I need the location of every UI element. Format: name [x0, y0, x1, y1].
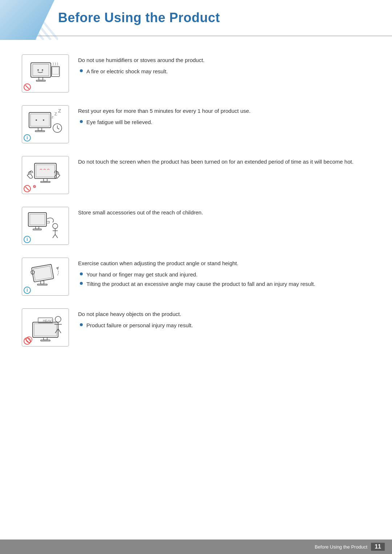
bullet-dot: [80, 282, 83, 285]
bullet-humidifier-0: A fire or electric shock may result.: [80, 67, 370, 76]
svg-line-25: [57, 128, 59, 129]
svg-text:z: z: [52, 115, 54, 119]
humidifier-illustration: [25, 57, 65, 90]
main-text-heavy: Do not place heavy objects on the produc…: [78, 310, 370, 319]
text-area-humidifier: Do not use humidifiers or stoves around …: [78, 54, 370, 75]
info-badge-4: i: [24, 236, 31, 243]
svg-rect-45: [41, 281, 44, 284]
hot-screen-icon-box: [22, 156, 69, 194]
heavy-icon-box: HEAVY: [22, 308, 69, 346]
info-badge-2: i: [24, 134, 31, 141]
bullet-heavy-0: Product failure or personal injury may r…: [80, 321, 370, 330]
svg-text:HEAVY: HEAVY: [43, 319, 54, 323]
bullet-dot: [80, 69, 83, 72]
text-area-eye-rest: Rest your eyes for more than 5 minutes f…: [78, 105, 370, 126]
bullet-text-eye-rest-0: Eye fatigue will be relieved.: [86, 118, 152, 127]
page-title: Before Using the Product: [0, 0, 392, 36]
accessories-icon-box: i: [22, 207, 69, 245]
page-footer: Before Using the Product 11: [0, 539, 392, 554]
main-text-angle: Exercise caution when adjusting the prod…: [78, 259, 370, 268]
humidifier-icon-box: [22, 54, 69, 93]
no-badge-3: [24, 185, 31, 192]
svg-point-37: [53, 223, 58, 229]
footer-page-number: 11: [371, 543, 385, 551]
svg-rect-29: [41, 181, 50, 182]
accessories-illustration: [25, 210, 65, 242]
no-badge-1: [24, 83, 31, 91]
hot-screen-illustration: [25, 159, 65, 192]
main-text-eye-rest: Rest your eyes for more than 5 minutes f…: [78, 107, 370, 115]
svg-rect-49: [34, 324, 57, 336]
svg-line-32: [25, 187, 29, 190]
safety-item-accessories: i Store small accessories out of the rea…: [22, 207, 370, 245]
page-header: Before Using the Product: [0, 0, 392, 36]
svg-rect-17: [35, 131, 45, 132]
svg-rect-27: [36, 165, 55, 177]
bullet-eye-rest-0: Eye fatigue will be relieved.: [80, 118, 370, 127]
svg-point-52: [55, 316, 61, 322]
svg-rect-36: [33, 229, 41, 230]
svg-rect-6: [33, 64, 49, 76]
text-area-accessories: Store small accessories out of the reach…: [78, 207, 370, 220]
bullet-dot: [80, 120, 83, 123]
safety-item-angle: i Exercise caution when adjusting the pr…: [22, 258, 370, 296]
bullet-angle-1: Tilting the product at an excessive angl…: [80, 280, 370, 288]
bullet-text-heavy-0: Product failure or personal injury may r…: [86, 321, 193, 330]
svg-point-12: [42, 69, 43, 71]
svg-rect-34: [30, 214, 45, 225]
svg-rect-7: [39, 77, 43, 80]
text-area-angle: Exercise caution when adjusting the prod…: [78, 258, 370, 288]
svg-rect-10: [52, 67, 59, 74]
svg-point-19: [43, 119, 44, 121]
bullet-text-angle-1: Tilting the product at an excessive angl…: [86, 280, 315, 288]
bullet-dot: [80, 272, 83, 275]
svg-line-31: [34, 186, 35, 187]
svg-line-56: [58, 329, 61, 333]
main-text-accessories: Store small accessories out of the reach…: [78, 209, 370, 217]
bullet-text-angle-0: Your hand or finger may get stuck and in…: [86, 271, 197, 279]
svg-rect-8: [36, 80, 45, 81]
svg-rect-15: [30, 114, 49, 126]
main-text-humidifier: Do not use humidifiers or stoves around …: [78, 56, 370, 65]
svg-line-40: [53, 234, 55, 238]
eye-rest-illustration: z z z: [25, 108, 65, 141]
bullet-dot: [80, 323, 83, 326]
svg-point-11: [37, 69, 39, 71]
info-badge-5: i: [24, 287, 31, 294]
footer-label: Before Using the Product: [315, 544, 367, 550]
svg-text:z: z: [54, 111, 57, 116]
angle-icon-box: i: [22, 258, 69, 296]
svg-line-13: [25, 85, 29, 89]
angle-illustration: [25, 260, 65, 293]
svg-rect-46: [37, 284, 47, 285]
main-content: Do not use humidifiers or stoves around …: [0, 47, 392, 366]
svg-rect-42: [46, 221, 49, 223]
text-area-hot-screen: Do not touch the screen when the product…: [78, 156, 370, 169]
heavy-illustration: HEAVY: [25, 311, 65, 344]
svg-point-18: [36, 119, 37, 121]
svg-text:z: z: [58, 108, 61, 114]
bullet-angle-0: Your hand or finger may get stuck and in…: [80, 271, 370, 279]
svg-rect-51: [41, 340, 50, 341]
svg-rect-35: [36, 226, 39, 229]
no-badge-6: [24, 337, 31, 345]
text-area-heavy: Do not place heavy objects on the produc…: [78, 308, 370, 329]
svg-rect-50: [44, 337, 47, 340]
svg-line-61: [25, 339, 29, 343]
safety-item-hot-screen: Do not touch the screen when the product…: [22, 156, 370, 194]
svg-rect-44: [33, 266, 52, 280]
eye-rest-icon-box: z z z i: [22, 105, 69, 143]
bullet-text-humidifier-0: A fire or electric shock may result.: [86, 67, 168, 76]
svg-line-41: [55, 234, 58, 238]
safety-item-humidifier: Do not use humidifiers or stoves around …: [22, 54, 370, 93]
main-text-hot-screen: Do not touch the screen when the product…: [78, 158, 370, 166]
safety-item-eye-rest: z z z i Rest your eyes for more than 5 m…: [22, 105, 370, 143]
safety-item-heavy: HEAVY Do not place heavy objects on the …: [22, 308, 370, 346]
svg-rect-16: [38, 128, 42, 131]
svg-rect-28: [44, 178, 47, 181]
